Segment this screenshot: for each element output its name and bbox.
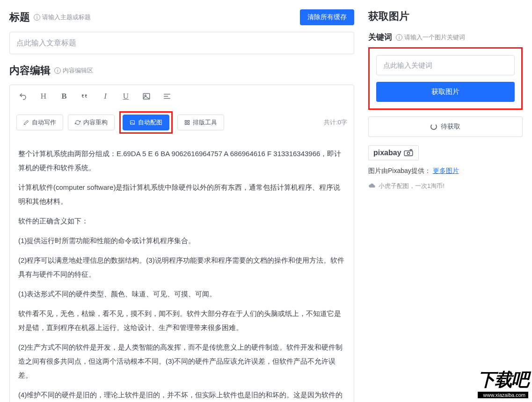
title-hint: i 请输入主题或标题 [34, 13, 91, 22]
picture-icon [130, 120, 135, 125]
paragraph: 计算机软件(computer software)是指计算机系统中除硬件以外的所有… [18, 180, 345, 208]
camera-icon [403, 149, 414, 157]
image-section-header: 获取图片 [368, 9, 523, 23]
info-icon: i [396, 34, 402, 41]
paragraph: (1)表达形式不同的硬件类型、颜色、味道、可见、可摸、可闻。 [18, 287, 345, 301]
svg-rect-6 [185, 121, 187, 122]
paragraph: (1)提供运行时所需功能和性能的命令或计算机程序集合。 [18, 234, 345, 248]
svg-rect-12 [410, 150, 412, 151]
clear-cache-button[interactable]: 清除所有缓存 [300, 9, 354, 25]
italic-icon[interactable]: I [99, 90, 112, 103]
footer-note: 小虎子配图，一次1淘币! [368, 182, 523, 190]
provider-line: 图片由Pixabay提供： 更多图片 [368, 167, 523, 175]
keyword-hint: i 请输入一个图片关键词 [396, 33, 465, 42]
title-header-row: 标题 i 请输入主题或标题 清除所有缓存 [9, 9, 354, 25]
content-header: 内容编辑 i 内容编辑区 [9, 64, 354, 78]
info-icon: i [54, 67, 61, 74]
auto-write-button[interactable]: 自动写作 [16, 115, 63, 130]
content-section-label: 内容编辑 [9, 64, 51, 78]
main-column: 标题 i 请输入主题或标题 清除所有缓存 内容编辑 i 内容编辑区 H [9, 9, 354, 402]
keyword-label: 关键词 [368, 32, 392, 43]
cloud-icon [368, 183, 376, 189]
underline-icon[interactable]: U [119, 90, 132, 103]
content-hint: i 内容编辑区 [54, 66, 93, 75]
title-section-label: 标题 [9, 10, 30, 24]
fetch-image-button[interactable]: 获取图片 [376, 82, 515, 102]
svg-rect-10 [404, 151, 413, 156]
pixabay-badge: pixabay [368, 145, 419, 160]
align-left-icon[interactable] [160, 90, 174, 103]
image-section-title: 获取图片 [368, 9, 409, 23]
paragraph: 软件看不见，无色，枯燥，看不见，摸不到，闻不到。软件大部分存在于人们的头脑或纸上… [18, 307, 345, 335]
editor-action-row: 自动写作 内容重构 自动配图 排版工具 共计:0字 [10, 108, 354, 140]
keyword-header: 关键词 i 请输入一个图片关键词 [368, 32, 523, 43]
svg-point-11 [407, 152, 409, 154]
sidebar-column: 获取图片 关键词 i 请输入一个图片关键词 获取图片 待获取 pixabay 图… [368, 9, 523, 402]
svg-rect-9 [188, 123, 189, 125]
pencil-icon [23, 120, 29, 125]
pending-button[interactable]: 待获取 [368, 116, 523, 137]
svg-rect-8 [185, 123, 187, 125]
editor-toolbar: H B I U [10, 85, 354, 108]
grid-icon [184, 120, 190, 125]
paragraph: (2)生产方式不同的软件是开发，是人类智能的高发挥，而不是传统意义上的硬件制造。… [18, 340, 345, 382]
paragraph: 整个计算机系统由两部分组成：E.69DA 5 E 6 BA 9062616964… [18, 147, 345, 175]
auto-image-button[interactable]: 自动配图 [123, 115, 169, 130]
content-editor[interactable]: 整个计算机系统由两部分组成：E.69DA 5 E 6 BA 9062616964… [10, 140, 354, 402]
paragraph: 软件的正确含义如下： [18, 214, 345, 228]
refresh-icon [75, 120, 80, 125]
info-icon: i [34, 14, 40, 21]
image-icon[interactable] [140, 90, 153, 103]
quote-icon[interactable] [78, 90, 91, 103]
paragraph: (4)维护不同的硬件是旧的，理论上软件是旧的，并不坏，但实际上软件也是旧的和坏的… [18, 388, 345, 402]
bold-icon[interactable]: B [58, 90, 71, 103]
undo-icon[interactable] [16, 90, 29, 103]
keyword-input[interactable] [376, 55, 515, 75]
svg-rect-7 [188, 121, 189, 122]
watermark: 下载吧 www.xiazaiba.com [478, 368, 528, 398]
highlight-box: 自动配图 [119, 111, 173, 134]
spinner-icon [430, 123, 437, 130]
content-restructure-button[interactable]: 内容重构 [68, 115, 115, 130]
keyword-highlight-box: 获取图片 [368, 47, 523, 110]
heading-icon[interactable]: H [37, 90, 50, 103]
more-images-link[interactable]: 更多图片 [433, 167, 459, 174]
layout-tool-button[interactable]: 排版工具 [177, 115, 224, 130]
article-title-input[interactable] [9, 32, 354, 54]
word-count: 共计:0字 [324, 118, 347, 127]
editor-container: H B I U 自动写作 [9, 85, 354, 402]
paragraph: (2)程序可以满意地处理信息的数据结构。(3)说明程序功能要求和程序需要的文档的… [18, 253, 345, 281]
